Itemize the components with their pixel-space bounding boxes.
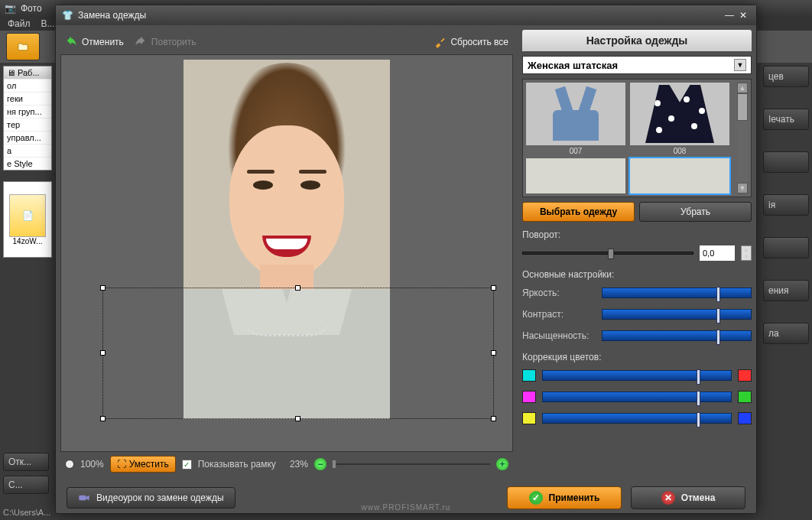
rotate-label: Поворот: xyxy=(522,229,752,240)
cross-icon: ✕ xyxy=(661,491,675,505)
clothes-dialog: 👕 Замена одежды ― ✕ Отменить Повторить С… xyxy=(55,5,757,514)
open-folder-button[interactable] xyxy=(6,33,40,60)
gallery-item[interactable] xyxy=(630,83,729,145)
rotate-slider[interactable] xyxy=(522,252,693,255)
sidebar-item[interactable]: ня груп... xyxy=(4,105,51,118)
apply-button[interactable]: ✓ Применить xyxy=(507,486,622,509)
sidebar-item[interactable]: тер xyxy=(4,118,51,131)
selection-frame[interactable] xyxy=(102,288,494,419)
zoom-reset-dot[interactable] xyxy=(65,460,74,469)
dialog-icon: 👕 xyxy=(62,10,73,21)
brightness-label: Яркость: xyxy=(522,288,596,298)
canvas[interactable] xyxy=(60,54,513,452)
file-icon: 📄 xyxy=(9,194,46,237)
camera-icon xyxy=(78,492,90,504)
undo-label: Отменить xyxy=(82,37,124,47)
zoom-percent: 23% xyxy=(290,459,308,470)
resize-handle[interactable] xyxy=(100,350,106,356)
sidebar-item[interactable]: геки xyxy=(4,92,51,105)
bg-right-button[interactable]: ения xyxy=(763,280,809,301)
fit-button[interactable]: ⛶ Уместить xyxy=(110,456,176,473)
bg-bottom-button[interactable]: Отк... xyxy=(3,453,49,471)
broom-icon xyxy=(434,36,446,48)
sidebar-item[interactable]: а xyxy=(4,144,51,157)
color-magenta-slider[interactable] xyxy=(542,392,732,402)
menu-v[interactable]: В... xyxy=(41,18,55,29)
bg-right-button[interactable] xyxy=(763,151,809,173)
bg-right-button[interactable]: ія xyxy=(763,194,809,216)
zoom-out-button[interactable]: − xyxy=(314,458,326,470)
minimize-button[interactable]: ― xyxy=(723,10,736,21)
show-frame-label: Показывать рамку xyxy=(198,459,276,470)
gallery-item[interactable] xyxy=(526,83,625,145)
status-bar-path: C:\Users\A... xyxy=(3,508,50,517)
reset-button[interactable]: Сбросить все xyxy=(434,36,508,48)
color-green-swatch xyxy=(738,391,752,403)
resize-handle[interactable] xyxy=(100,416,106,421)
menu-file[interactable]: Файл xyxy=(8,18,31,29)
bg-right-button[interactable] xyxy=(763,237,809,258)
contrast-label: Контраст: xyxy=(522,309,596,320)
rotate-value[interactable]: 0,0 xyxy=(700,245,735,261)
sidebar-header-label: Раб... xyxy=(18,68,40,77)
bg-right-button[interactable]: Іечать xyxy=(763,109,809,130)
resize-handle[interactable] xyxy=(491,350,496,356)
gallery-item-label: 008 xyxy=(674,147,687,155)
color-magenta-swatch xyxy=(522,391,536,403)
apply-label: Применить xyxy=(549,492,600,503)
folder-icon xyxy=(17,41,29,53)
clothes-gallery: 007 008 xyxy=(522,79,752,197)
sidebar-item[interactable]: управл... xyxy=(4,131,51,144)
reset-label: Сбросить все xyxy=(450,37,508,47)
resize-handle[interactable] xyxy=(100,285,106,291)
resize-handle[interactable] xyxy=(491,416,496,421)
saturation-slider[interactable] xyxy=(602,330,752,341)
color-yellow-slider[interactable] xyxy=(542,413,732,424)
show-frame-checkbox[interactable]: ✓ xyxy=(182,460,192,470)
sidebar-item[interactable]: e Style xyxy=(4,157,51,170)
clothes-category-value: Женская штатская xyxy=(528,60,618,71)
bg-bottom-button[interactable]: С... xyxy=(3,476,49,494)
scroll-up-button[interactable]: ▲ xyxy=(737,83,748,93)
basic-settings-label: Основные настройки: xyxy=(522,269,752,280)
redo-icon xyxy=(135,36,147,48)
color-cyan-slider[interactable] xyxy=(542,370,732,381)
resize-handle[interactable] xyxy=(491,285,496,291)
clothes-category-select[interactable]: Женская штатская ▼ xyxy=(522,56,752,74)
scroll-down-button[interactable]: ▼ xyxy=(737,183,748,193)
zoom-100-label: 100% xyxy=(80,459,104,470)
zoom-slider[interactable] xyxy=(333,463,490,465)
cancel-button[interactable]: ✕ Отмена xyxy=(631,486,745,509)
color-correction-label: Коррекция цветов: xyxy=(522,352,752,362)
file-thumbnail[interactable]: 📄 14zoW... xyxy=(3,181,52,258)
undo-icon xyxy=(65,36,77,48)
close-button[interactable]: ✕ xyxy=(736,10,750,21)
chevron-down-icon: ▼ xyxy=(734,59,746,71)
cancel-label: Отмена xyxy=(681,492,716,503)
brightness-slider[interactable] xyxy=(602,288,752,298)
contrast-slider[interactable] xyxy=(602,309,752,320)
svg-rect-0 xyxy=(79,496,86,501)
color-blue-swatch xyxy=(738,412,752,424)
bg-right-button[interactable]: ла xyxy=(763,323,809,344)
bg-right-button[interactable]: цев xyxy=(763,66,809,87)
color-yellow-swatch xyxy=(522,412,536,424)
redo-button[interactable]: Повторить xyxy=(135,36,197,48)
rotate-stepper[interactable]: ▲▼ xyxy=(741,245,752,261)
fit-label: Уместить xyxy=(129,459,169,470)
gallery-item-selected[interactable] xyxy=(630,158,729,193)
gallery-item[interactable] xyxy=(526,158,625,193)
fit-icon: ⛶ xyxy=(117,459,126,470)
sidebar-item[interactable]: ол xyxy=(4,79,51,92)
remove-clothes-button[interactable]: Убрать xyxy=(639,202,752,222)
zoom-in-button[interactable]: + xyxy=(496,458,508,470)
saturation-label: Насыщенность: xyxy=(522,330,596,341)
resize-handle[interactable] xyxy=(295,285,300,291)
gallery-scrollbar[interactable]: ▲ ▼ xyxy=(737,83,748,193)
choose-clothes-button[interactable]: Выбрать одежду xyxy=(522,202,635,222)
resize-handle[interactable] xyxy=(295,416,300,421)
polka-dress-icon xyxy=(645,85,714,143)
video-tutorial-button[interactable]: Видеоурок по замене одежды xyxy=(67,487,235,509)
scroll-thumb[interactable] xyxy=(737,93,748,121)
undo-button[interactable]: Отменить xyxy=(65,36,124,48)
